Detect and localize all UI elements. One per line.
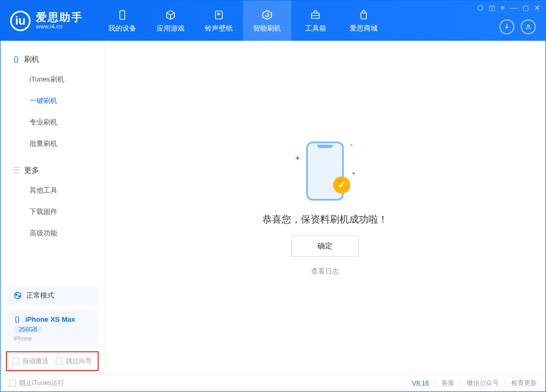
mode-icon <box>13 291 22 300</box>
sidebar-bottom: 正常模式 iPhone XS Max 256GB iPhone 自动激活 <box>1 281 104 374</box>
mode-indicator[interactable]: 正常模式 <box>7 285 98 306</box>
checkbox-label: 阻止iTunes运行 <box>19 379 64 388</box>
device-name: iPhone XS Max <box>25 315 75 323</box>
footer-right: V8.16 | 客服 | 微信公众号 | 检查更新 <box>412 379 537 388</box>
sidebar-item-other-tools[interactable]: 其他工具 <box>1 180 104 201</box>
phone-icon <box>12 56 20 63</box>
sidebar-item-pro-flash[interactable]: 专业刷机 <box>1 112 104 133</box>
cube-icon <box>164 9 177 21</box>
device-info[interactable]: iPhone XS Max 256GB iPhone <box>7 310 98 347</box>
app-name: 爱思助手 <box>36 11 83 23</box>
checkbox-skip-guide[interactable]: 跳过向导 <box>56 357 92 366</box>
header: iu 爱思助手 www.i4.cn 我的设备 应用游戏 <box>1 1 545 41</box>
nav-label: 我的设备 <box>108 24 136 33</box>
nav-label: 爱思商城 <box>350 24 378 33</box>
body: 刷机 iTunes刷机 一键刷机 专业刷机 批量刷机 ☰ 更多 其他工具 下载固… <box>1 41 545 374</box>
footer-left: 阻止iTunes运行 <box>9 379 64 388</box>
nav-label: 工具箱 <box>305 24 326 33</box>
header-right: ⬡ ◫ ≡ — ▢ ✕ <box>477 1 540 41</box>
window-controls: ⬡ ◫ ≡ — ▢ ✕ <box>477 4 540 12</box>
nav-label: 应用游戏 <box>157 24 185 33</box>
section-title: 更多 <box>24 166 39 175</box>
sidebar: 刷机 iTunes刷机 一键刷机 专业刷机 批量刷机 ☰ 更多 其他工具 下载固… <box>1 41 105 374</box>
checkbox-label: 自动激活 <box>23 357 48 366</box>
svg-rect-1 <box>216 11 223 19</box>
store-icon <box>357 9 370 21</box>
download-button[interactable] <box>499 19 514 34</box>
sidebar-item-advanced[interactable]: 高级功能 <box>1 223 104 244</box>
device-icon <box>116 9 129 21</box>
nav-flash[interactable]: 智能刷机 <box>243 1 291 41</box>
maximize-button[interactable]: ▢ <box>522 4 529 12</box>
nav-toolbox[interactable]: 工具箱 <box>291 1 340 41</box>
device-capacity: 256GB <box>13 326 42 333</box>
svg-point-5 <box>14 292 21 299</box>
svg-rect-0 <box>120 10 124 19</box>
checkbox-icon <box>9 380 16 387</box>
lock-icon[interactable]: ◫ <box>489 4 495 12</box>
footer: 阻止iTunes运行 V8.16 | 客服 | 微信公众号 | 检查更新 <box>1 374 545 391</box>
list-icon: ☰ <box>12 165 20 175</box>
footer-link-wechat[interactable]: 微信公众号 <box>467 379 499 388</box>
svg-rect-4 <box>14 57 18 63</box>
footer-link-update[interactable]: 检查更新 <box>511 379 537 388</box>
mode-label: 正常模式 <box>26 291 54 300</box>
nav-apps[interactable]: 应用游戏 <box>146 1 195 41</box>
check-badge-icon: ✓ <box>333 176 350 194</box>
device-icon <box>13 316 21 323</box>
menu-icon[interactable]: ≡ <box>500 4 505 12</box>
options-highlight-box: 自动激活 跳过向导 <box>6 351 99 371</box>
checkbox-label: 跳过向导 <box>66 357 92 366</box>
sidebar-section-more: ☰ 更多 <box>1 161 104 180</box>
checkbox-icon <box>12 358 19 365</box>
checkbox-icon <box>56 358 63 365</box>
close-button[interactable]: ✕ <box>534 4 540 12</box>
sidebar-section-flash: 刷机 <box>1 50 104 69</box>
nav-my-device[interactable]: 我的设备 <box>98 1 146 41</box>
main-content: ✦ ✦ ✦ ✓ 恭喜您，保资料刷机成功啦！ 确定 查看日志 <box>105 41 545 374</box>
svg-point-3 <box>527 25 529 27</box>
nav-store[interactable]: 爱思商城 <box>340 1 388 41</box>
svg-point-7 <box>18 295 20 297</box>
success-illustration: ✦ ✦ ✦ ✓ <box>290 139 360 203</box>
logo-icon: iu <box>10 11 31 31</box>
separator: | <box>434 380 436 387</box>
footer-link-support[interactable]: 客服 <box>441 379 454 388</box>
user-button[interactable] <box>521 19 536 34</box>
app-url: www.i4.cn <box>36 23 83 29</box>
nav-label: 铃声壁纸 <box>205 24 233 33</box>
checkbox-block-itunes[interactable]: 阻止iTunes运行 <box>9 379 64 388</box>
logo-text: 爱思助手 www.i4.cn <box>36 11 83 29</box>
sparkle-icon: ✦ <box>349 142 353 148</box>
app-window: iu 爱思助手 www.i4.cn 我的设备 应用游戏 <box>0 0 546 392</box>
sidebar-item-batch-flash[interactable]: 批量刷机 <box>1 133 104 154</box>
sparkle-icon: ✦ <box>351 171 356 176</box>
separator: | <box>460 380 461 387</box>
sparkle-icon: ✦ <box>294 154 301 162</box>
sidebar-item-oneclick-flash[interactable]: 一键刷机 <box>1 90 104 112</box>
music-icon <box>212 9 225 21</box>
sidebar-item-download-firmware[interactable]: 下载固件 <box>1 201 104 223</box>
view-log-link[interactable]: 查看日志 <box>311 267 339 276</box>
header-actions <box>499 19 540 38</box>
checkbox-auto-activate[interactable]: 自动激活 <box>12 357 48 366</box>
svg-rect-8 <box>16 316 19 322</box>
ok-button[interactable]: 确定 <box>291 235 359 257</box>
nav-ringtones[interactable]: 铃声壁纸 <box>195 1 243 41</box>
logo-area: iu 爱思助手 www.i4.cn <box>1 1 93 41</box>
minimize-button[interactable]: — <box>510 4 517 12</box>
success-message: 恭喜您，保资料刷机成功啦！ <box>262 213 388 226</box>
refresh-icon <box>261 9 274 21</box>
separator: | <box>504 380 506 387</box>
toolbox-icon <box>309 9 322 21</box>
version-label: V8.16 <box>412 380 429 387</box>
shirt-icon[interactable]: ⬡ <box>477 4 483 12</box>
device-type: iPhone <box>13 335 91 342</box>
sidebar-item-itunes-flash[interactable]: iTunes刷机 <box>1 69 104 90</box>
section-title: 刷机 <box>24 55 39 64</box>
nav-label: 智能刷机 <box>253 24 281 33</box>
svg-point-6 <box>16 294 17 295</box>
nav-tabs: 我的设备 应用游戏 铃声壁纸 智能刷机 <box>98 1 388 41</box>
